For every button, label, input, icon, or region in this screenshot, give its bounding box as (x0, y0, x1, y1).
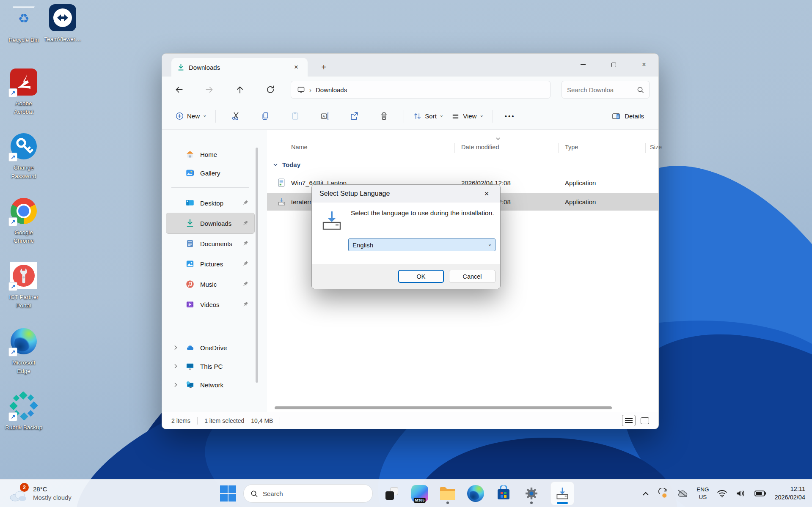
settings-button[interactable] (523, 482, 540, 505)
delete-button[interactable] (374, 108, 393, 125)
cut-button[interactable] (226, 108, 245, 125)
dialog-message: Select the language to use during the in… (351, 209, 495, 217)
column-header-name[interactable]: Name (291, 144, 308, 151)
desktop-icon-ict-partner-portal[interactable]: ↗ ICT Partner Portal (5, 261, 42, 310)
tray-chevron-up-icon[interactable] (642, 491, 650, 496)
more-options-button[interactable]: ••• (505, 112, 515, 120)
back-button[interactable] (174, 85, 184, 95)
rubrik-backup-icon: ↗ (9, 392, 38, 420)
sidebar-item-downloads[interactable]: Downloads (166, 213, 254, 233)
language-dropdown[interactable]: English ∨ (348, 238, 495, 251)
wifi-icon[interactable] (717, 489, 727, 498)
desktop-icon-adobe-acrobat[interactable]: ↗ Adobe Acrobat (5, 68, 42, 117)
sidebar-divider (171, 187, 249, 188)
documents-icon (186, 239, 194, 248)
status-divider (280, 417, 280, 425)
address-bar[interactable]: › Downloads (291, 81, 551, 99)
chevron-down-icon (273, 163, 278, 167)
sidebar-scrollbar[interactable] (256, 148, 258, 383)
sidebar-item-desktop[interactable]: Desktop (166, 193, 254, 213)
sidebar-item-videos[interactable]: Videos (166, 294, 254, 315)
sidebar-spacer (162, 315, 259, 338)
minimize-button[interactable] (579, 60, 587, 69)
pin-icon (242, 220, 248, 227)
close-button[interactable]: × (640, 60, 648, 69)
language-indicator[interactable]: ENG US (696, 486, 709, 501)
task-view-button[interactable] (383, 482, 401, 505)
desktop-icon-recycle-bin[interactable]: ♻ Recycle Bin (5, 4, 42, 44)
view-button[interactable]: View ∨ (447, 109, 487, 123)
refresh-button[interactable] (265, 85, 275, 95)
up-button[interactable] (235, 85, 245, 95)
home-icon (186, 150, 194, 159)
battery-icon[interactable] (754, 490, 766, 497)
system-tray: ENG US 12:11 2026/02/04 (642, 480, 805, 507)
sidebar-item-label: Pictures (200, 260, 223, 268)
taskbar-search[interactable]: Search (243, 484, 373, 503)
column-header-type[interactable]: Type (565, 144, 578, 151)
paste-button[interactable] (286, 108, 304, 125)
forward-button[interactable] (204, 85, 215, 95)
desktop-icon-rubrik-backup[interactable]: ↗ Rubrik Backup (5, 392, 42, 432)
sidebar-item-music[interactable]: Music (166, 274, 254, 294)
column-header-size[interactable]: Size (650, 144, 662, 151)
horizontal-scrollbar[interactable] (275, 406, 612, 409)
select-setup-language-dialog: Select Setup Language × Select the langu… (311, 184, 501, 289)
sidebar-item-documents[interactable]: Documents (166, 233, 254, 254)
search-input[interactable]: Search Downloa (562, 81, 650, 99)
rename-button[interactable]: A (315, 108, 334, 125)
clock-time: 12:11 (774, 485, 805, 493)
copy-button[interactable] (256, 108, 275, 125)
store-button[interactable] (495, 482, 512, 505)
share-button[interactable] (345, 108, 363, 125)
volume-icon[interactable] (735, 489, 746, 498)
new-button[interactable]: New ∨ (171, 109, 210, 123)
column-divider[interactable] (454, 143, 455, 153)
sidebar-item-this-pc[interactable]: This PC (166, 357, 254, 375)
new-tab-button[interactable]: + (317, 60, 330, 74)
sidebar-item-network[interactable]: Network (166, 375, 254, 394)
file-explorer-button[interactable] (439, 482, 457, 505)
dialog-title: Select Setup Language (319, 190, 390, 197)
selection-count: 1 item selected (204, 417, 244, 424)
sort-button[interactable]: Sort ∨ (409, 109, 447, 123)
plus-circle-icon (176, 112, 184, 120)
adobe-acrobat-icon: ↗ (9, 68, 38, 96)
list-header: Name Date modified Type Size (267, 141, 658, 155)
sync-icon[interactable] (658, 488, 669, 499)
start-button[interactable] (220, 482, 237, 505)
thumbnail-view-toggle[interactable] (641, 417, 649, 424)
column-divider[interactable] (645, 143, 646, 153)
explorer-tab-downloads[interactable]: Downloads × (171, 58, 308, 77)
ok-button[interactable]: OK (398, 270, 444, 283)
shortcut-arrow-icon: ↗ (8, 217, 17, 226)
cancel-button[interactable]: Cancel (449, 270, 495, 283)
cloud-offline-icon[interactable] (677, 489, 688, 498)
dialog-close-icon[interactable]: × (481, 189, 493, 198)
sidebar-item-home[interactable]: Home (166, 145, 254, 164)
running-indicator (446, 502, 449, 504)
desktop-icon-change-password[interactable]: ↗ Change Password (5, 132, 42, 181)
column-header-date-modified[interactable]: Date modified (461, 144, 499, 151)
desktop-icon-microsoft-edge[interactable]: ↗ Microsoft Edge (5, 327, 42, 376)
maximize-button[interactable] (609, 60, 618, 69)
edge-button[interactable] (467, 482, 484, 505)
setup-app-button[interactable] (551, 482, 574, 505)
details-button[interactable]: Details (607, 109, 649, 124)
desktop-icon-google-chrome[interactable]: ↗ Google Chrome (5, 197, 42, 246)
sidebar-item-gallery[interactable]: Gallery (166, 164, 254, 182)
tab-close-icon[interactable]: × (291, 62, 302, 73)
copilot-m365-button[interactable]: M365 (411, 482, 429, 505)
active-indicator (557, 502, 568, 504)
weather-widget[interactable]: 2 28°C Mostly cloudy (6, 480, 72, 507)
column-divider[interactable] (558, 143, 559, 153)
onedrive-icon (186, 343, 194, 352)
sidebar-item-onedrive[interactable]: OneDrive (166, 338, 254, 357)
desktop-icon-teamviewer[interactable]: TeamViewer… (44, 3, 81, 44)
pin-icon (242, 261, 248, 267)
windows-logo-icon (220, 485, 236, 502)
details-view-toggle[interactable] (622, 415, 636, 426)
group-header-today[interactable]: Today (273, 161, 300, 168)
sidebar-item-pictures[interactable]: Pictures (166, 254, 254, 274)
clock[interactable]: 12:11 2026/02/04 (774, 485, 805, 502)
